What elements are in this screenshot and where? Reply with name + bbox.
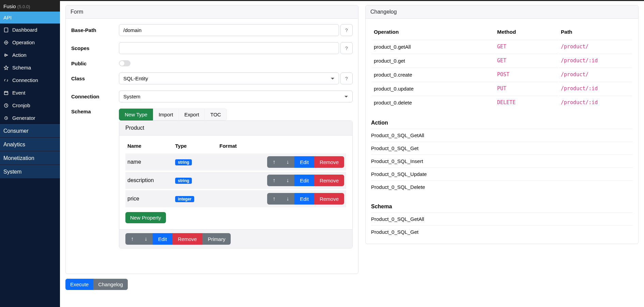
cell-type: integer: [173, 190, 217, 207]
schema-name: Product: [119, 121, 352, 135]
cell-type: string: [173, 153, 217, 171]
row-edit-button[interactable]: Edit: [294, 156, 314, 168]
sidebar-item-label: Action: [12, 52, 27, 58]
type-edit-button[interactable]: Edit: [153, 233, 172, 245]
base-path-help[interactable]: ?: [340, 24, 353, 36]
row-up-button[interactable]: ↑: [267, 175, 281, 186]
changelog-button[interactable]: Changelog: [93, 279, 128, 290]
sidebar-item-label: Generator: [12, 115, 35, 121]
schema-label: Schema: [71, 109, 119, 114]
changelog-row: product_0.createPOST/product/: [372, 68, 632, 81]
svg-rect-0: [4, 28, 8, 32]
tab-import[interactable]: Import: [153, 109, 179, 120]
class-select[interactable]: SQL-Entity: [119, 72, 339, 84]
nav-section-monetization[interactable]: Monetization: [0, 151, 60, 165]
sidebar-item-action[interactable]: Action: [0, 49, 60, 61]
th-operation: Operation: [372, 25, 494, 39]
sidebar-item-event[interactable]: Event: [0, 86, 60, 99]
row-actions: ↑↓EditRemove: [267, 193, 344, 205]
row-down-button[interactable]: ↓: [281, 156, 294, 168]
cell-operation: product_0.create: [372, 68, 494, 81]
type-remove-button[interactable]: Remove: [172, 233, 202, 245]
tab-toc[interactable]: TOC: [205, 109, 227, 120]
brand-version: (5.0.0): [17, 4, 30, 9]
cell-method: GET: [495, 54, 558, 67]
sidebar-item-label: Dashboard: [12, 27, 37, 33]
th-path: Path: [559, 25, 632, 39]
th-type: Type: [173, 140, 217, 153]
cell-path: /product/: [559, 40, 632, 53]
dashboard-icon: [3, 27, 9, 33]
row-remove-button[interactable]: Remove: [314, 156, 344, 168]
row-actions: ↑↓EditRemove: [267, 175, 344, 186]
connection-select[interactable]: System: [119, 91, 353, 102]
svg-point-1: [4, 41, 8, 44]
row-down-button[interactable]: ↓: [281, 193, 294, 205]
nav-section-system[interactable]: System: [0, 165, 60, 179]
cronjob-icon: [3, 103, 9, 108]
sidebar-item-schema[interactable]: Schema: [0, 61, 60, 74]
form-title: Form: [66, 5, 358, 19]
changelog-row: product_0.getGET/product/:id: [372, 54, 632, 67]
row-up-button[interactable]: ↑: [267, 156, 281, 168]
connection-label: Connection: [71, 94, 119, 99]
cell-method: GET: [495, 40, 558, 53]
cell-method: POST: [495, 68, 558, 81]
sidebar-item-operation[interactable]: Operation: [0, 36, 60, 49]
nav-section-label: Monetization: [3, 155, 34, 161]
class-label: Class: [71, 76, 119, 81]
type-badge: string: [175, 159, 192, 165]
row-edit-button[interactable]: Edit: [294, 175, 314, 186]
tab-export[interactable]: Export: [179, 109, 205, 120]
cell-operation: product_0.delete: [372, 96, 494, 109]
cell-name: description: [125, 171, 173, 190]
type-badge: integer: [175, 196, 194, 202]
sidebar-item-label: Event: [12, 90, 25, 96]
nav-section-consumer[interactable]: Consumer: [0, 124, 60, 138]
changelog-schema-label: Schema: [371, 201, 633, 212]
nav-section-analytics[interactable]: Analytics: [0, 138, 60, 151]
cell-operation: product_0.getAll: [372, 40, 494, 53]
scopes-help[interactable]: ?: [340, 42, 353, 54]
row-down-button[interactable]: ↓: [281, 175, 294, 186]
execute-button[interactable]: Execute: [65, 279, 93, 290]
generator-icon: [3, 115, 9, 121]
changelog-action-item: Product_0_SQL_Get: [371, 142, 633, 155]
type-footer-actions: ↑ ↓ Edit Remove Primary: [125, 233, 231, 245]
scopes-input[interactable]: [119, 42, 339, 54]
changelog-row: product_0.deleteDELETE/product/:id: [372, 96, 632, 109]
row-remove-button[interactable]: Remove: [314, 193, 344, 205]
sidebar-item-connection[interactable]: Connection: [0, 74, 60, 86]
table-row: descriptionstring↑↓EditRemove: [125, 171, 346, 190]
row-edit-button[interactable]: Edit: [294, 193, 314, 205]
cell-path: /product/:id: [559, 96, 632, 109]
sidebar-item-label: Operation: [12, 39, 35, 45]
public-toggle[interactable]: [119, 60, 131, 66]
schema-icon: [3, 65, 9, 70]
row-actions: ↑↓EditRemove: [267, 156, 344, 168]
table-row: priceinteger↑↓EditRemove: [125, 190, 346, 207]
type-primary-button[interactable]: Primary: [202, 233, 231, 245]
type-up-button[interactable]: ↑: [125, 233, 139, 245]
nav-head-api[interactable]: API: [0, 12, 60, 23]
sidebar-item-dashboard[interactable]: Dashboard: [0, 23, 60, 36]
th-method: Method: [495, 25, 558, 39]
changelog-schema-item: Product_0_SQL_Get: [371, 225, 633, 238]
scopes-label: Scopes: [71, 45, 119, 51]
brand-name: Fusio: [3, 3, 16, 9]
base-path-input[interactable]: [119, 24, 339, 36]
class-help[interactable]: ?: [340, 72, 353, 84]
new-property-button[interactable]: New Property: [125, 212, 166, 223]
changelog-row: product_0.getAllGET/product/: [372, 40, 632, 53]
changelog-action-label: Action: [371, 117, 633, 129]
cell-name: price: [125, 190, 173, 207]
row-remove-button[interactable]: Remove: [314, 175, 344, 186]
type-down-button[interactable]: ↓: [139, 233, 153, 245]
sidebar-item-cronjob[interactable]: Cronjob: [0, 99, 60, 112]
nav-section-label: Consumer: [3, 128, 29, 134]
connection-icon: [3, 78, 9, 83]
changelog-action-item: Product_0_SQL_Delete: [371, 180, 633, 193]
tab-new-type[interactable]: New Type: [119, 109, 153, 120]
row-up-button[interactable]: ↑: [267, 193, 281, 205]
sidebar-item-generator[interactable]: Generator: [0, 112, 60, 124]
